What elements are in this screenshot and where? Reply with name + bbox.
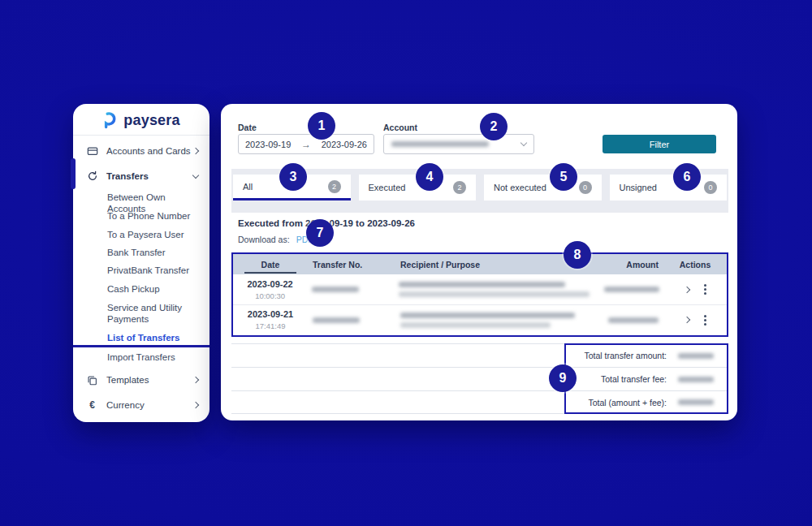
chevron-down-icon xyxy=(520,140,527,146)
divider xyxy=(73,135,209,136)
sidebar-item-accounts-and-cards[interactable]: Accounts and Cards xyxy=(73,143,209,159)
grand-total-row: Total (amount + fee): xyxy=(231,390,728,414)
column-header-amount[interactable]: Amount xyxy=(589,260,663,269)
annotation-badge-1: 1 xyxy=(308,112,335,140)
table-header: Date Transfer No. Recipient / Purpose Am… xyxy=(233,254,727,274)
annotation-badge-3: 3 xyxy=(279,163,307,191)
sidebar-item-label: Accounts and Cards xyxy=(106,146,193,156)
card-icon xyxy=(86,145,98,157)
transfers-table: Date Transfer No. Recipient / Purpose Am… xyxy=(231,252,728,337)
sync-icon xyxy=(86,170,98,183)
total-amount-label: Total transfer amount: xyxy=(584,351,667,360)
date-to-value[interactable]: 2023-09-26 xyxy=(322,140,367,149)
sidebar-item-to-phone-number[interactable]: To a Phone Number xyxy=(107,211,203,222)
column-header-actions: Actions xyxy=(663,260,727,269)
sidebar-item-privatbank-transfer[interactable]: PrivatBank Transfer xyxy=(107,265,203,277)
column-header-transfer-no[interactable]: Transfer No. xyxy=(308,260,397,269)
date-field-label: Date xyxy=(238,123,257,132)
column-header-recipient[interactable]: Recipient / Purpose xyxy=(397,260,589,269)
date-range-input[interactable]: 2023-09-19 → 2023-09-26 xyxy=(238,134,374,154)
tab-label: Not executed xyxy=(494,183,546,192)
chevron-down-icon xyxy=(192,171,199,178)
total-fee-value-redacted xyxy=(678,377,714,382)
euro-icon: € xyxy=(86,399,98,412)
sidebar-item-transfers[interactable]: Transfers xyxy=(73,168,209,184)
tab-unsigned[interactable]: Unsigned 0 xyxy=(610,175,728,200)
annotation-badge-2: 2 xyxy=(480,113,508,140)
tab-not-executed[interactable]: Not executed 0 xyxy=(484,175,602,200)
cell-amount xyxy=(589,317,663,323)
total-amount-value-redacted xyxy=(678,353,714,359)
sidebar-item-import-transfers[interactable]: Import Transfers xyxy=(107,352,203,364)
annotation-badge-5: 5 xyxy=(550,163,577,191)
open-transfer-chevron-icon[interactable] xyxy=(683,317,689,323)
arrow-right-icon: → xyxy=(301,139,311,150)
tab-label: Executed xyxy=(369,183,406,192)
paysera-logo[interactable]: paysera xyxy=(73,111,209,129)
table-row[interactable]: 2023-09-22 10:00:30 xyxy=(233,274,727,304)
sidebar-item-cash-pickup[interactable]: Cash Pickup xyxy=(107,284,203,295)
sidebar: paysera Accounts and Cards Transfers Bet… xyxy=(73,104,209,422)
cell-transfer-no xyxy=(308,317,397,323)
tab-count-badge: 0 xyxy=(704,181,717,194)
account-select[interactable] xyxy=(383,134,534,154)
account-field-label: Account xyxy=(383,123,417,132)
cell-recipient-purpose xyxy=(397,313,589,328)
account-value-redacted xyxy=(391,141,489,147)
tab-label: All xyxy=(243,182,253,192)
kebab-menu-icon[interactable] xyxy=(704,284,706,295)
annotation-badge-8: 8 xyxy=(564,241,591,269)
tab-label: Unsigned xyxy=(620,183,657,192)
tab-count-badge: 0 xyxy=(579,181,592,194)
sidebar-item-label: Templates xyxy=(106,375,193,385)
cell-actions xyxy=(663,315,727,326)
download-row: Download as: PDF xyxy=(238,235,313,244)
transfers-list-panel: Date 2023-09-19 → 2023-09-26 Account Fil… xyxy=(221,104,737,420)
sidebar-item-to-paysera-user[interactable]: To a Paysera User xyxy=(107,230,203,241)
sidebar-item-templates[interactable]: Templates xyxy=(73,372,209,388)
cell-date: 2023-09-22 10:00:30 xyxy=(233,279,307,300)
sidebar-item-list-of-transfers[interactable]: List of Transfers xyxy=(107,333,203,344)
annotation-badge-7: 7 xyxy=(306,219,334,247)
chevron-right-icon xyxy=(192,377,199,383)
cell-transfer-no xyxy=(307,287,395,292)
grand-total-label: Total (amount + fee): xyxy=(588,398,667,407)
column-header-date[interactable]: Date xyxy=(233,260,308,269)
chevron-right-icon xyxy=(192,402,199,408)
sidebar-item-label: Currency xyxy=(106,400,193,410)
chevron-right-icon xyxy=(192,148,199,154)
total-amount-row: Total transfer amount: xyxy=(231,343,728,367)
table-row[interactable]: 2023-09-21 17:41:49 xyxy=(233,304,727,334)
paysera-logo-icon xyxy=(102,111,119,129)
tab-count-badge: 2 xyxy=(453,181,466,194)
date-from-value[interactable]: 2023-09-19 xyxy=(245,140,291,149)
download-as-label: Download as: xyxy=(238,235,290,244)
total-fee-row: Total transfer fee: xyxy=(231,367,728,390)
annotation-badge-6: 6 xyxy=(673,163,701,191)
cell-date: 2023-09-21 17:41:49 xyxy=(233,309,308,330)
kebab-menu-icon[interactable] xyxy=(704,315,706,326)
sidebar-item-bank-transfer[interactable]: Bank Transfer xyxy=(107,248,203,259)
open-transfer-chevron-icon[interactable] xyxy=(684,286,690,292)
sidebar-item-currency[interactable]: € Currency xyxy=(73,397,209,413)
annotation-badge-9: 9 xyxy=(549,364,577,392)
grand-total-value-redacted xyxy=(678,399,714,405)
cell-actions xyxy=(664,284,727,295)
sidebar-item-label: Transfers xyxy=(106,171,193,181)
total-fee-label: Total transfer fee: xyxy=(601,374,667,384)
cell-amount xyxy=(590,287,663,292)
paysera-logo-text: paysera xyxy=(123,112,179,129)
tab-count-badge: 2 xyxy=(328,180,341,193)
annotation-highlight-line xyxy=(73,345,209,347)
sort-indicator xyxy=(244,272,296,274)
cell-recipient-purpose xyxy=(395,282,590,297)
annotation-badge-4: 4 xyxy=(416,163,443,191)
sidebar-item-service-utility-payments[interactable]: Service and Utility Payments xyxy=(107,303,203,325)
filter-button[interactable]: Filter xyxy=(603,135,716,153)
copy-icon xyxy=(86,374,98,386)
